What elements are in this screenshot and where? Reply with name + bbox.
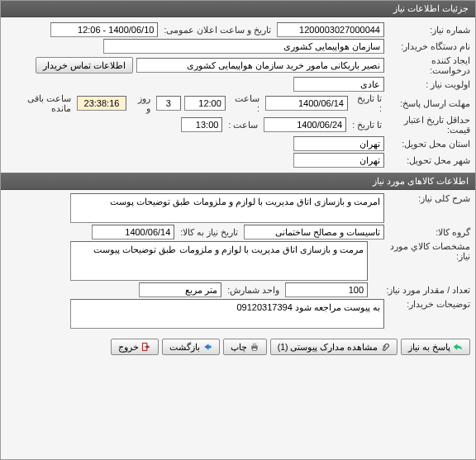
label-to-date-2: تا تاریخ : xyxy=(350,120,384,130)
back-button-label: بازگشت xyxy=(169,342,200,352)
field-request-creator[interactable] xyxy=(136,58,384,73)
view-attachments-label: مشاهده مدارک پیوستی (1) xyxy=(278,342,378,352)
field-need-date[interactable] xyxy=(92,225,174,239)
row-need-number: شماره نیاز: تاریخ و ساعت اعلان عمومی: xyxy=(6,22,470,37)
section-goods-title: اطلاعات کالاهای مورد نیاز xyxy=(1,173,475,190)
field-validity-date[interactable] xyxy=(264,117,346,132)
buyer-contact-button[interactable]: اطلاعات تماس خریدار xyxy=(36,57,133,74)
label-delivery-province: استان محل تحویل: xyxy=(388,139,470,149)
field-buyer-name[interactable] xyxy=(103,39,384,54)
field-goods-group[interactable] xyxy=(244,225,384,239)
exit-button-label: خروج xyxy=(118,342,139,352)
respond-button[interactable]: پاسخ به نیاز xyxy=(401,339,470,355)
field-announce-dt[interactable] xyxy=(50,22,158,37)
label-price-validity: حداقل تاریخ اعتبار قیمت: xyxy=(388,115,470,135)
row-priority: اولویت نیاز : xyxy=(6,77,470,92)
row-goods-group: گروه کالا: تاریخ نیاز به کالا: xyxy=(6,225,470,239)
label-buyer-notes: توضیحات خریدار: xyxy=(388,299,470,309)
label-request-creator: ایجاد کننده درخواست: xyxy=(388,55,470,75)
label-time-1: ساعت : xyxy=(229,93,262,113)
label-goods-group: گروه کالا: xyxy=(388,227,470,237)
label-quantity: تعداد / مقدار مورد نیاز: xyxy=(371,285,470,295)
back-arrow-icon xyxy=(202,342,212,352)
printer-icon xyxy=(250,342,259,352)
svg-rect-2 xyxy=(252,349,256,351)
field-remaining-days[interactable] xyxy=(156,96,181,111)
print-button-label: چاپ xyxy=(231,342,247,352)
field-deadline-date[interactable] xyxy=(265,96,348,111)
row-quantity: تعداد / مقدار مورد نیاز: واحد شمارش: xyxy=(6,282,470,297)
exit-icon xyxy=(141,342,151,352)
row-response-deadline: مهلت ارسال پاسخ: تا تاریخ : ساعت : روز و… xyxy=(6,93,470,113)
label-need-no: شماره نیاز: xyxy=(388,25,470,35)
back-button[interactable]: بازگشت xyxy=(162,339,220,355)
label-to-date-1: تا تاریخ : xyxy=(351,93,384,113)
row-request-creator: ایجاد کننده درخواست: اطلاعات تماس خریدار xyxy=(6,55,470,75)
details-window: جزئیات اطلاعات نیاز شماره نیاز: تاریخ و … xyxy=(0,0,476,460)
field-deadline-time[interactable] xyxy=(184,96,226,111)
label-priority: اولویت نیاز : xyxy=(388,79,470,89)
field-validity-time[interactable] xyxy=(181,117,222,132)
window-titlebar: جزئیات اطلاعات نیاز xyxy=(1,1,475,17)
label-buyer-name: نام دستگاه خریدار: xyxy=(388,41,470,51)
paperclip-icon xyxy=(380,342,390,352)
field-goods-spec[interactable] xyxy=(70,241,368,281)
field-remaining-time[interactable] xyxy=(77,96,126,111)
print-button[interactable]: چاپ xyxy=(223,339,267,355)
content-area: شماره نیاز: تاریخ و ساعت اعلان عمومی: نا… xyxy=(1,17,475,358)
footer-toolbar: پاسخ به نیاز مشاهده مدارک پیوستی (1) چاپ… xyxy=(6,330,470,355)
label-time-2: ساعت : xyxy=(226,120,260,130)
window-title: جزئیات اطلاعات نیاز xyxy=(393,3,469,13)
field-general-desc[interactable] xyxy=(70,193,384,223)
exit-button[interactable]: خروج xyxy=(111,339,159,355)
label-announce-dt: تاریخ و ساعت اعلان عمومی: xyxy=(161,25,274,35)
row-buyer-notes: توضیحات خریدار: xyxy=(6,299,470,329)
field-quantity[interactable] xyxy=(285,282,368,297)
row-goods-spec: مشخصات کالاي مورد نیاز: xyxy=(6,241,470,281)
row-general-desc: شرح کلی نیاز: xyxy=(6,193,470,223)
field-delivery-province[interactable] xyxy=(293,136,384,151)
field-count-unit[interactable] xyxy=(139,282,221,297)
label-days-and: روز و xyxy=(130,93,153,113)
field-need-no[interactable] xyxy=(277,22,384,37)
reply-icon xyxy=(453,342,463,352)
label-hours-remaining: ساعت باقی مانده xyxy=(6,93,74,113)
row-price-validity: حداقل تاریخ اعتبار قیمت: تا تاریخ : ساعت… xyxy=(6,115,470,135)
respond-button-label: پاسخ به نیاز xyxy=(408,342,450,352)
label-need-date: تاریخ نیاز به کالا: xyxy=(178,227,240,237)
row-delivery-city: شهر محل تحویل: xyxy=(6,153,470,168)
field-priority[interactable] xyxy=(293,77,384,92)
label-response-deadline: مهلت ارسال پاسخ: xyxy=(388,98,470,108)
row-delivery-province: استان محل تحویل: xyxy=(6,136,470,151)
svg-rect-1 xyxy=(252,344,256,346)
field-buyer-notes[interactable] xyxy=(70,299,384,329)
view-attachments-button[interactable]: مشاهده مدارک پیوستی (1) xyxy=(270,339,398,355)
label-delivery-city: شهر محل تحویل: xyxy=(388,155,470,165)
field-delivery-city[interactable] xyxy=(293,153,384,168)
label-goods-spec: مشخصات کالاي مورد نیاز: xyxy=(371,241,470,261)
label-count-unit: واحد شمارش: xyxy=(225,285,282,295)
label-general-desc: شرح کلی نیاز: xyxy=(388,193,470,203)
row-buyer-name: نام دستگاه خریدار: xyxy=(6,39,470,54)
